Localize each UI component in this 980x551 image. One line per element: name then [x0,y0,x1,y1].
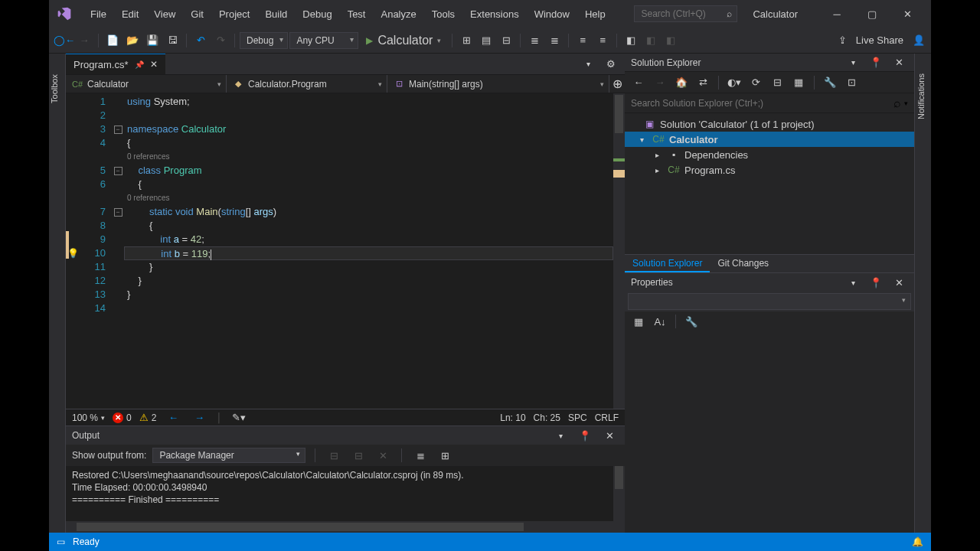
output-text[interactable]: Restored C:\Users\meghaanand\source\repo… [66,466,625,521]
se-close-icon[interactable]: ✕ [890,54,908,72]
prop-categorized-button[interactable]: ▦ [629,312,648,331]
sync-button[interactable]: ✎▾ [230,409,248,427]
fold-toggle[interactable]: − [114,126,122,134]
prop-object-selector[interactable] [628,293,911,310]
menu-view[interactable]: View [146,4,183,24]
notifications-tab[interactable]: Notifications [914,54,931,533]
tab-settings-icon[interactable]: ⚙ [602,55,620,73]
se-sync-button[interactable]: ⇄ [694,73,712,92]
new-project-button[interactable]: 📄 [103,31,122,50]
output-clear-button[interactable]: ✕ [374,446,392,465]
menu-analyze[interactable]: Analyze [373,4,423,24]
pin-icon[interactable]: 📌 [135,60,144,69]
menu-file[interactable]: File [83,4,114,24]
prop-pin-icon[interactable]: 📍 [867,273,885,292]
menu-git[interactable]: Git [183,4,211,24]
chevron-right-icon[interactable]: ▸ [655,151,663,159]
undo-button[interactable]: ↶ [191,31,210,50]
se-search[interactable]: ⌕ ▾ [625,93,914,113]
toolbox-tab[interactable]: Toolbox [49,54,66,533]
menu-debug[interactable]: Debug [295,4,339,24]
tree-file-program[interactable]: ▸ C# Program.cs [625,162,914,178]
menu-edit[interactable]: Edit [114,4,146,24]
tb-btn-3[interactable]: ⊟ [497,31,515,50]
config-selector[interactable]: Debug [240,32,288,49]
quick-search-input[interactable] [641,8,730,19]
lightbulb-icon[interactable]: 💡 [67,246,79,260]
prop-pages-button[interactable]: 🔧 [682,312,701,331]
menu-extensions[interactable]: Extensions [462,4,527,24]
se-home-button[interactable]: 🏠 [672,73,691,92]
nav-member[interactable]: ⊡ Main(string[] args) [387,75,609,93]
line-ending[interactable]: CRLF [595,412,619,423]
prev-bookmark-button[interactable]: ◧ [642,31,660,50]
chevron-right-icon[interactable]: ▸ [655,166,663,174]
save-button[interactable]: 💾 [143,31,162,50]
platform-selector[interactable]: Any CPU [289,32,358,49]
output-pin-icon[interactable]: 📍 [576,426,594,445]
nav-split-button[interactable]: ⊕ [609,75,625,93]
menu-build[interactable]: Build [257,4,295,24]
se-search-input[interactable] [631,98,893,109]
output-settings-button[interactable]: ⊞ [436,446,454,465]
close-button[interactable]: ✕ [890,2,925,25]
save-all-button[interactable]: 🖫 [163,31,181,50]
se-refresh-button[interactable]: ⟳ [746,73,765,92]
output-source-selector[interactable]: Package Manager [152,448,305,463]
tb-btn-2[interactable]: ▤ [477,31,495,50]
prop-dropdown-icon[interactable]: ▾ [844,273,862,292]
indent-mode[interactable]: SPC [568,412,587,423]
tab-git-changes[interactable]: Git Changes [710,255,776,272]
tb-btn-1[interactable]: ⊞ [457,31,475,50]
output-goto-button[interactable]: ⊟ [349,446,368,465]
tree-dependencies[interactable]: ▸ ▪ Dependencies [625,147,914,162]
nav-prev-issue[interactable]: ← [164,409,182,427]
menu-window[interactable]: Window [527,4,577,24]
se-dropdown-icon[interactable]: ▾ [844,54,862,72]
se-search-dropdown-icon[interactable]: ▾ [904,99,908,107]
prop-close-icon[interactable]: ✕ [890,273,908,292]
comment-button[interactable]: ≡ [573,31,592,50]
indent-more-button[interactable]: ≣ [545,31,564,50]
nav-back-button[interactable]: ◯← [55,31,74,50]
menu-project[interactable]: Project [211,4,257,24]
warning-count[interactable]: ⚠2 [139,412,157,423]
minimize-button[interactable]: ─ [819,2,854,25]
indent-less-button[interactable]: ≣ [525,31,544,50]
editor-scrollbar-v[interactable] [613,93,625,409]
start-debug-button[interactable]: ▶ Calculator ▾ [360,31,447,50]
tree-solution[interactable]: ▣ Solution 'Calculator' (1 of 1 project) [625,116,914,132]
nav-project[interactable]: C# Calculator [66,75,227,93]
maximize-button[interactable]: ▢ [854,2,890,25]
tab-dropdown-icon[interactable]: ▾ [579,55,597,73]
tree-project[interactable]: ▾ C# Calculator [625,132,914,147]
fold-toggle[interactable]: − [114,167,122,175]
se-preview-button[interactable]: ⊡ [842,73,861,92]
se-showall-button[interactable]: ▦ [789,73,808,92]
uncomment-button[interactable]: ≡ [593,31,612,50]
nav-next-issue[interactable]: → [190,409,208,427]
open-button[interactable]: 📂 [123,31,142,50]
se-collapse-button[interactable]: ⊟ [768,73,786,92]
nav-class[interactable]: ◆ Calculator.Program [227,75,387,93]
notifications-bell-icon[interactable]: 🔔 [912,536,923,547]
redo-button[interactable]: ↷ [211,31,230,50]
error-count[interactable]: ✕0 [113,412,132,423]
file-tab[interactable]: Program.cs* 📌 ✕ [66,54,165,74]
se-pin-icon[interactable]: 📍 [867,54,885,72]
code-editor[interactable]: 💡 using System; namespace Calculator { 0… [124,93,613,409]
live-share-button[interactable]: Live Share [856,34,903,46]
menu-test[interactable]: Test [340,4,374,24]
next-bookmark-button[interactable]: ◧ [662,31,680,50]
se-back-button[interactable]: ← [629,73,648,92]
tab-solution-explorer[interactable]: Solution Explorer [625,255,710,272]
output-wrap-button[interactable]: ≣ [411,446,430,465]
output-dropdown-icon[interactable]: ▾ [551,426,570,445]
menu-help[interactable]: Help [577,4,613,24]
output-scrollbar-v[interactable] [613,466,625,521]
output-close-icon[interactable]: ✕ [600,426,619,445]
feedback-icon[interactable]: 👤 [913,34,925,46]
output-find-button[interactable]: ⊟ [325,446,343,465]
prop-alphabetical-button[interactable]: A↓ [651,312,669,331]
bookmark-button[interactable]: ◧ [622,31,640,50]
